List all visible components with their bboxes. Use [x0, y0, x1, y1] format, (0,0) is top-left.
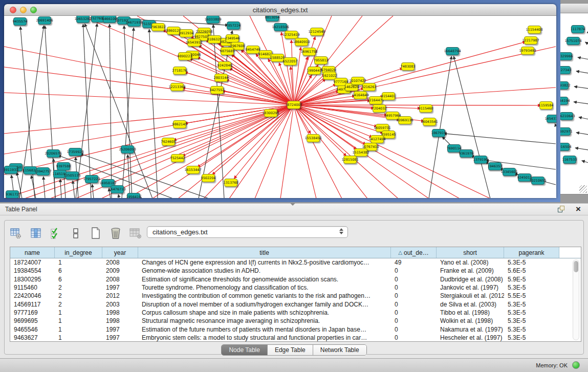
graph-node[interactable]: 12124549 [310, 28, 323, 36]
row-height-icon[interactable] [70, 227, 82, 239]
graph-node[interactable]: 8427552 [210, 86, 224, 94]
table-settings-icon[interactable] [10, 227, 22, 239]
graph-node[interactable]: 9329966 [559, 52, 572, 60]
graph-node[interactable]: 13505135 [66, 171, 79, 180]
tab-network-table[interactable]: Network Table [313, 345, 366, 355]
cell-in_degree[interactable]: 1 [55, 325, 102, 333]
cell-out_degree[interactable]: 0 [391, 267, 437, 275]
column-header-name[interactable]: name [10, 247, 55, 258]
background-network-canvas[interactable]: 1117874157510749329966922734312093822124… [559, 13, 588, 194]
graph-node[interactable]: 9154401 [382, 92, 395, 100]
network-window[interactable]: citations_edges.txt 94355742069140610653… [0, 0, 560, 202]
cell-title[interactable]: Genome-wide association studies in ADHD. [138, 267, 391, 275]
close-panel-icon[interactable]: × [576, 204, 581, 214]
cell-short[interactable]: Stergiakouli et al. (2012) [437, 292, 504, 300]
graph-node[interactable]: 9890223 [178, 52, 191, 60]
cell-in_degree[interactable]: 1 [55, 317, 102, 325]
cell-out_degree[interactable]: 0 [391, 309, 437, 317]
cell-out_degree[interactable]: 0 [391, 275, 437, 283]
cell-year[interactable]: 2009 [102, 267, 138, 275]
memory-status-indicator[interactable] [572, 361, 580, 369]
float-panel-icon[interactable] [558, 206, 565, 213]
graph-node[interactable]: 1159584 [539, 101, 553, 110]
cell-title[interactable]: Embryonic stem cells: a model to study s… [138, 334, 391, 342]
graph-node[interactable]: 18300295 [264, 109, 277, 117]
graph-node[interactable]: 15692971 [559, 127, 571, 136]
table-row[interactable]: 911546021997Tourette syndrome. Phenomeno… [10, 283, 581, 292]
cell-in_degree[interactable]: 2 [55, 283, 102, 292]
graph-node[interactable]: 16648794 [446, 47, 459, 55]
column-header-year[interactable]: year [102, 247, 138, 258]
graph-node[interactable]: 16153447 [186, 166, 200, 174]
network-canvas[interactable]: 9435574206914061065328715276026466100107… [4, 16, 556, 198]
graph-node[interactable]: 1313768 [224, 179, 237, 187]
cell-name[interactable]: 9777169 [10, 309, 55, 317]
table-row[interactable]: 946554611997Estimation of the future num… [10, 325, 581, 333]
tab-node-table[interactable]: Node Table [222, 345, 268, 355]
new-document-icon[interactable] [90, 227, 102, 239]
cell-in_degree[interactable]: 6 [55, 267, 102, 275]
cell-short[interactable]: Dudbridge et al. (2008) [437, 275, 504, 283]
cell-year[interactable]: 2008 [102, 275, 138, 283]
delete-trash-icon[interactable] [110, 227, 122, 239]
cell-out_degree[interactable]: 0 [391, 325, 437, 333]
cell-short[interactable]: Franke et al. (2009) [437, 267, 504, 275]
graph-node[interactable]: 17957223 [85, 175, 98, 183]
graph-node[interactable]: 10653287 [76, 16, 90, 23]
graph-node[interactable]: 2803144 [214, 74, 228, 82]
cell-short[interactable]: Jankovic et al. (1997) [437, 283, 504, 292]
cell-title[interactable]: Structural magnetic resonance image aver… [138, 317, 391, 325]
graph-node[interactable]: 8186328 [208, 35, 221, 43]
cell-title[interactable]: Disruption of a novel member of a sodium… [138, 300, 391, 308]
graph-node[interactable]: 13942757 [36, 167, 50, 176]
table-scrollbar[interactable] [573, 259, 579, 340]
table-row[interactable]: 1830029562008Estimation of significance … [10, 275, 581, 283]
graph-node[interactable]: 9242848 [218, 61, 231, 70]
graph-node[interactable]: 12815081 [343, 156, 357, 164]
graph-node[interactable]: 9397588 [57, 162, 70, 170]
cell-pagerank[interactable]: 5.3E-5 [504, 317, 559, 325]
cell-name[interactable]: 14569117 [10, 300, 55, 308]
graph-node[interactable]: 17359928 [69, 148, 82, 156]
graph-node[interactable]: 1117874 [571, 25, 584, 33]
graph-node[interactable]: 9875685 [221, 47, 234, 55]
graph-node[interactable]: 1956419 [127, 193, 140, 198]
cell-in_degree[interactable]: 2 [55, 292, 102, 300]
background-network-window[interactable]: 1117874157510749329966922734312093822124… [559, 3, 588, 199]
column-header-short[interactable]: short [437, 247, 504, 258]
cell-pagerank[interactable]: 5.3E-5 [504, 300, 559, 308]
graph-node[interactable]: 25206050 [121, 145, 134, 154]
column-header-title[interactable]: title [138, 247, 391, 258]
column-header-in_degree[interactable]: in_degree [55, 247, 102, 258]
cell-in_degree[interactable]: 1 [55, 258, 102, 267]
graph-node[interactable]: 20691406 [38, 16, 51, 25]
graph-node[interactable]: 12217987 [524, 36, 537, 45]
graph-node[interactable]: 10969136 [398, 116, 411, 124]
graph-node[interactable]: 18640910 [295, 38, 308, 46]
table-panel-titlebar[interactable]: Table Panel × [0, 204, 588, 215]
graph-node[interactable]: 14127494 [371, 135, 384, 143]
cell-year[interactable]: 1997 [102, 325, 138, 333]
cell-name[interactable]: 9465546 [10, 325, 55, 333]
graph-node[interactable]: 7955812 [314, 56, 328, 64]
cell-pagerank[interactable]: 5.3E-5 [504, 325, 559, 333]
graph-node[interactable]: 12444194 [559, 97, 568, 105]
table-row[interactable]: 2242004622012Investigating the contribut… [10, 292, 581, 300]
resize-grip-icon[interactable] [579, 185, 587, 193]
graph-node[interactable]: 8860128 [167, 27, 180, 35]
graph-node[interactable]: 3911931 [4, 166, 17, 174]
column-header-out_degree[interactable]: △out_de… [391, 247, 437, 258]
graph-node[interactable]: 2718176 [173, 67, 186, 75]
cell-name[interactable]: 22420046 [10, 292, 55, 300]
cell-year[interactable]: 1998 [102, 317, 138, 325]
select-all-checks-icon[interactable] [50, 227, 62, 239]
table-row[interactable]: 969969511998Structural magnetic resonanc… [10, 317, 581, 325]
cell-out_degree[interactable]: 0 [391, 317, 437, 325]
graph-node[interactable]: 8813054 [266, 16, 279, 21]
graph-node[interactable]: 936172 [6, 190, 19, 198]
graph-node[interactable]: 9862145 [173, 120, 186, 128]
cell-title[interactable]: Estimation of the future numbers of pati… [138, 325, 391, 333]
graph-node[interactable]: 9227343 [559, 66, 571, 74]
graph-node[interactable]: 19793493 [521, 47, 534, 55]
graph-node[interactable]: 16476710 [111, 185, 124, 193]
